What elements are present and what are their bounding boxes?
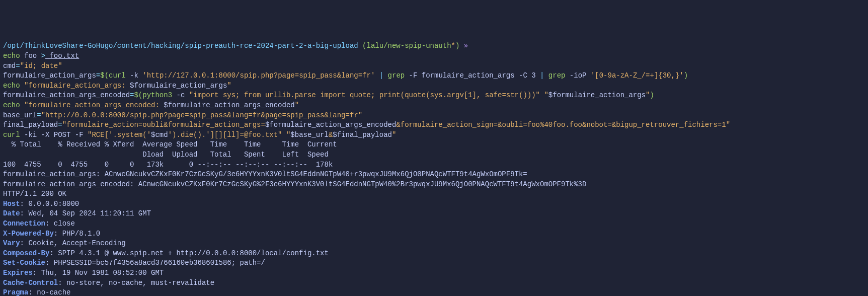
curl-progress-header: % Total % Received % Xferd Average Speed… [3, 140, 337, 149]
output-args-encoded: formulaire_action_args_encoded: ACnwcGNc… [3, 180, 586, 188]
hdr-composed-by: Composed-By [3, 249, 49, 257]
hdr-x-powered-by: X-Powered-By [3, 230, 54, 238]
redirect-file: foo.txt [45, 52, 79, 60]
http-status: HTTP/1.1 200 OK [3, 190, 66, 198]
cmd-echo: echo [3, 52, 20, 60]
prompt-arrow: » [464, 42, 468, 50]
cmd-curl: curl [3, 131, 20, 139]
var-cmd: cmd [3, 62, 16, 70]
git-branch: lalu/new-spip-unauth [367, 42, 451, 50]
hdr-expires: Expires [3, 269, 33, 277]
output-args: formulaire_action_args: ACnwcGNcukvCZKxF… [3, 170, 527, 178]
hdr-set-cookie: Set-Cookie [3, 259, 45, 267]
hdr-date: Date [3, 209, 20, 217]
var-final-payload: final_payload [3, 121, 58, 129]
git-branch-open: ( [358, 42, 367, 50]
hdr-connection: Connection [3, 219, 45, 228]
hdr-cache-control: Cache-Control [3, 279, 58, 287]
git-branch-close: ) [455, 42, 464, 50]
cwd-path: /opt/ThinkLoveShare-GoHugo/content/hacki… [3, 42, 358, 50]
hdr-vary: Vary [3, 239, 20, 247]
terminal-output: /opt/ThinkLoveShare-GoHugo/content/hacki… [3, 41, 865, 296]
var-args: formulaire_action_args [3, 71, 96, 80]
git-dirty-star: * [451, 42, 455, 50]
var-args-encoded: formulaire_action_args_encoded [3, 91, 130, 99]
hdr-pragma: Pragma [3, 288, 28, 296]
var-base-url: base_url [3, 111, 37, 119]
hdr-host: Host [3, 200, 20, 208]
